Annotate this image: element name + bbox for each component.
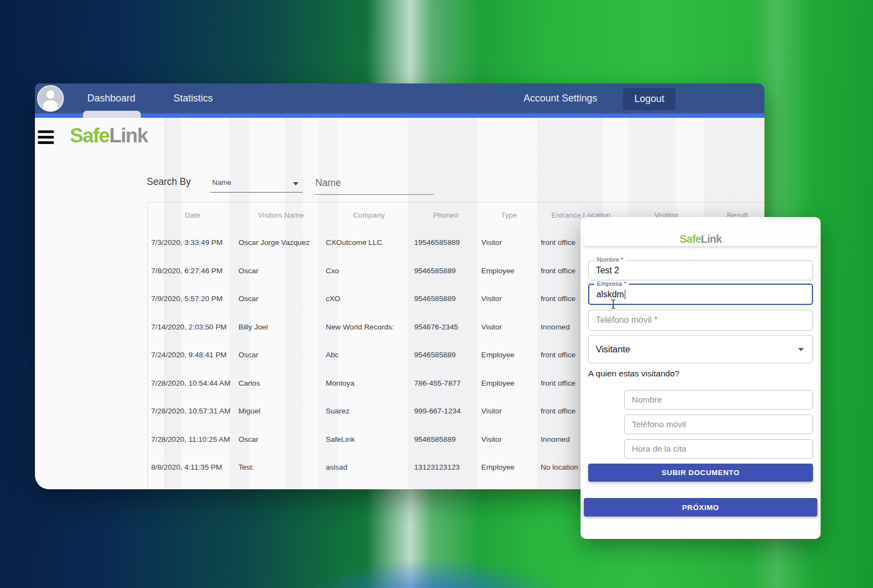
chevron-down-icon	[293, 182, 298, 185]
cell-company: Abc	[325, 341, 413, 369]
visitor-form-modal: SafeLink Nombre * Test 2 Empresa * alskd…	[581, 217, 821, 539]
nav-tab-statistics[interactable]: Statistics	[171, 83, 216, 113]
cell-phone: 9546585889	[413, 425, 479, 454]
accent-strip	[35, 113, 764, 118]
person-icon	[38, 86, 63, 111]
nav-account-settings[interactable]: Account Settings	[518, 83, 602, 113]
nombre-field[interactable]: Nombre * Test 2	[588, 260, 813, 280]
active-tab-indicator	[83, 111, 141, 118]
telefono-movil-field[interactable]	[588, 310, 813, 331]
cell-phone: 9546585889	[413, 285, 479, 313]
menu-bar	[38, 130, 54, 133]
menu-bar	[38, 136, 54, 139]
cell-date: 7/28/2020, 11:10:25 AM	[148, 425, 237, 454]
cell-date: 7/14/2020, 2:03:50 PM	[148, 313, 237, 341]
text-caret	[625, 290, 626, 299]
column-header-type: Type	[479, 202, 540, 229]
cell-visitor-name: Miguel	[237, 397, 325, 425]
empresa-field[interactable]: Empresa * alskdm	[588, 284, 813, 305]
user-avatar[interactable]	[37, 85, 64, 112]
host-name-field[interactable]	[624, 390, 813, 410]
modal-header: SafeLink	[583, 232, 818, 246]
host-phone-field[interactable]	[624, 415, 813, 434]
safelink-logo-small: SafeLink	[680, 233, 722, 245]
cell-company: New World Records:	[325, 313, 413, 341]
filter-selected-value: Name	[212, 178, 231, 187]
cell-visitor-name: Test:	[237, 453, 325, 482]
column-header-date: Date	[148, 202, 237, 229]
cell-visitor-name: Billy Joel	[237, 313, 325, 341]
logout-button[interactable]: Logout	[623, 88, 675, 110]
chevron-down-icon	[798, 348, 804, 351]
search-filter-select[interactable]: Name	[210, 171, 303, 193]
cell-visitor-name: Oscar	[237, 425, 325, 454]
logo-part-safe: Safe	[680, 233, 701, 245]
desktop-background: Dashboard Statistics Account Settings Lo…	[0, 0, 873, 588]
nombre-field-value: Test 2	[596, 261, 619, 280]
empresa-field-value: alskdm	[596, 290, 624, 299]
cell-visitor-name: Carlos	[237, 369, 325, 398]
cell-type: Visitor	[479, 425, 540, 454]
cell-date: 7/8/2020, 6:27:46 PM	[148, 257, 237, 285]
cell-type: Employee	[479, 453, 540, 482]
cell-visitor-name: Oscar	[237, 285, 325, 313]
top-navbar: Dashboard Statistics Account Settings Lo…	[35, 83, 764, 113]
cell-company: aslsad	[325, 453, 413, 482]
cell-company: SafeLink	[325, 425, 413, 454]
menu-icon[interactable]	[38, 130, 54, 144]
cell-phone: 19546585889	[413, 229, 479, 257]
appointment-time-field[interactable]	[624, 439, 813, 459]
visitor-type-value: Visitante	[596, 335, 630, 363]
cell-visitor-name: Oscar	[237, 341, 325, 369]
cell-phone: 13123123123	[413, 453, 479, 482]
cell-type: Employee	[479, 341, 540, 369]
next-button[interactable]: PRÓXIMO	[584, 498, 817, 517]
cell-type: Visitor	[479, 285, 540, 313]
cell-visitor-name: Oscar Jorge Vazquez	[237, 229, 325, 257]
cell-company: cXO	[325, 285, 413, 313]
cell-company: Montoya	[325, 369, 413, 398]
cell-phone: 786-455-7877	[413, 369, 479, 398]
visitor-type-select[interactable]: Visitante	[588, 335, 813, 363]
nav-tab-dashboard[interactable]: Dashboard	[83, 83, 139, 113]
cell-date: 7/9/2020, 5:57:20 PM	[148, 285, 237, 313]
cell-type: Employee	[479, 369, 540, 398]
cell-phone: 9546585889	[413, 341, 479, 369]
visiting-question: A quien estas visitando?	[588, 369, 679, 379]
cell-type: Visitor	[479, 397, 540, 425]
cell-type: Employee	[479, 257, 540, 285]
search-input[interactable]	[315, 166, 434, 195]
cell-phone: 999-667-1234	[413, 397, 479, 425]
cell-company: CXOutcome LLC	[325, 229, 413, 257]
cell-type: Visitor	[479, 229, 540, 257]
logo-part-link: Link	[109, 124, 147, 147]
cell-phone: 9546585889	[413, 257, 479, 285]
upload-document-button[interactable]: SUBIR DOCUMENTO	[588, 464, 813, 482]
logo-part-safe: Safe	[70, 124, 109, 147]
column-header-visitors-name: Visitors Name	[237, 202, 325, 229]
menu-bar	[38, 141, 54, 144]
cell-type: Visitor	[479, 313, 540, 341]
cell-date: 7/3/2020, 3:33:49 PM	[148, 229, 237, 257]
logo-part-link: Link	[701, 233, 722, 245]
safelink-logo: SafeLink	[70, 124, 147, 148]
cell-visitor-name: Oscar	[237, 257, 325, 285]
column-header-company: Company	[325, 202, 413, 229]
cell-date: 8/8/2020, 4:11:35 PM	[148, 453, 237, 482]
cell-date: 7/28/2020, 10:57:31 AM	[148, 397, 237, 425]
column-header-phone: Phone#	[413, 202, 479, 229]
cell-company: Suarez	[325, 397, 413, 425]
cell-company: Cxo	[325, 257, 413, 285]
cell-phone: 954676-2345	[413, 313, 479, 341]
filter-underline	[210, 192, 303, 193]
search-input-wrap	[315, 166, 434, 195]
search-by-label: Search By	[147, 176, 191, 188]
cell-date: 7/28/2020, 10:54:44 AM	[148, 369, 237, 398]
cell-date: 7/24/2020, 9:48:41 PM	[148, 341, 237, 369]
search-input-underline	[315, 194, 434, 195]
